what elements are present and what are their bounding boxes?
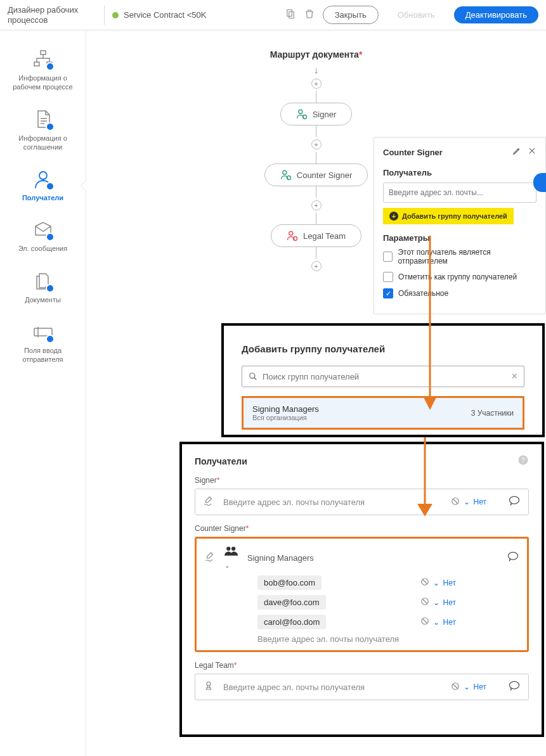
form-title: Получатели — [195, 456, 247, 466]
add-node-button[interactable]: + — [311, 200, 322, 210]
divider — [104, 6, 105, 25]
svg-text:?: ? — [521, 456, 525, 464]
app-title: Дизайнер рабочих процессов — [8, 5, 96, 25]
flow-node-legal-team[interactable]: Legal Team — [271, 224, 361, 247]
sidebar: Информация о рабочем процессе Информация… — [0, 30, 86, 756]
svg-point-11 — [289, 231, 293, 235]
edit-icon[interactable] — [512, 146, 521, 158]
flow-node-signer[interactable]: Signer — [280, 103, 353, 125]
dialog-title: Добавить группу получателей — [242, 343, 524, 354]
route-title: Маршрут документа* — [99, 49, 533, 60]
auth-dropdown[interactable]: ⌄Нет — [420, 617, 456, 627]
auth-dropdown[interactable]: ⌄Нет — [420, 597, 456, 608]
group-search-input[interactable]: × — [242, 366, 524, 387]
svg-point-9 — [283, 170, 287, 174]
add-node-button[interactable]: + — [311, 261, 322, 271]
signer-label: Signer* — [195, 476, 529, 485]
sidebar-item-recipients[interactable]: Получатели — [0, 160, 86, 211]
add-group-dialog: Добавить группу получателей × Signing Ma… — [221, 323, 545, 437]
svg-rect-3 — [34, 62, 39, 66]
recipient-email-input[interactable] — [383, 183, 536, 203]
stamp-icon — [203, 680, 214, 694]
legal-team-label: Legal Team* — [195, 661, 529, 670]
add-member-input[interactable]: Введите адрес эл. почты получателя — [204, 634, 519, 644]
panel-title: Counter Signer — [383, 148, 443, 157]
pen-icon — [204, 551, 216, 565]
chevron-down-icon: ⌄ — [464, 497, 470, 506]
member-row: bob@foo.com ⌄Нет — [204, 575, 519, 590]
option-required[interactable]: ✓ Обязательное — [383, 288, 536, 298]
svg-rect-0 — [287, 10, 292, 16]
hierarchy-icon — [33, 49, 53, 70]
add-recipient-group-button[interactable]: + Добавить группу получателей — [383, 208, 514, 224]
trash-icon[interactable] — [304, 8, 315, 22]
svg-point-26 — [510, 681, 519, 689]
checkbox-icon — [383, 252, 393, 262]
member-row: dave@foo.com ⌄Нет — [204, 595, 519, 610]
checkbox-icon — [383, 272, 393, 282]
auth-dropdown[interactable]: ⌄ Нет — [451, 682, 486, 693]
status-dot-icon — [112, 12, 119, 18]
document-name: Service Contract <50K — [124, 10, 285, 20]
recipients-form: Получатели ? Signer* Введите адрес эл. п… — [179, 442, 544, 737]
sidebar-item-sender-fields[interactable]: Поля ввода отправителя — [0, 313, 86, 373]
svg-rect-2 — [41, 51, 46, 54]
svg-point-19 — [231, 547, 235, 551]
group-result-row[interactable]: Signing Managers Вся организация 3 Участ… — [242, 396, 524, 430]
message-icon[interactable] — [508, 494, 521, 509]
svg-point-18 — [226, 547, 230, 551]
message-icon[interactable] — [508, 679, 521, 695]
none-icon — [451, 682, 460, 693]
feedback-tab[interactable] — [533, 173, 546, 192]
checkbox-checked-icon: ✓ — [383, 288, 393, 298]
add-node-button[interactable]: + — [311, 139, 322, 150]
envelope-icon — [33, 220, 53, 240]
help-icon[interactable]: ? — [517, 454, 529, 468]
option-mark-as-group[interactable]: Отметить как группу получателей — [383, 272, 536, 282]
input-field-icon — [33, 322, 53, 342]
group-icon[interactable]: ⌄ — [224, 545, 238, 570]
signer-input-row[interactable]: Введите адрес эл. почты получателя ⌄ Нет — [195, 489, 529, 515]
counter-signer-label: Counter Signer* — [195, 524, 529, 533]
sidebar-item-emails[interactable]: Эл. сообщения — [0, 211, 86, 262]
arrow-down-icon: ↓ — [314, 65, 319, 76]
person-icon — [33, 169, 53, 189]
none-icon — [451, 497, 460, 508]
svg-point-20 — [509, 552, 518, 560]
close-icon[interactable] — [528, 146, 536, 158]
auth-dropdown[interactable]: ⌄ Нет — [451, 497, 486, 508]
sidebar-item-workflow-info[interactable]: Информация о рабочем процессе — [0, 41, 86, 101]
copy-icon[interactable] — [285, 8, 296, 22]
files-icon — [33, 271, 53, 292]
svg-point-5 — [39, 172, 47, 179]
refresh-button: Обновить — [386, 6, 446, 23]
chevron-down-icon: ⌄ — [464, 682, 470, 691]
flow-node-counter-signer[interactable]: Counter Signer — [264, 163, 368, 186]
auth-dropdown[interactable]: ⌄Нет — [420, 577, 456, 588]
svg-point-24 — [207, 682, 211, 686]
add-node-button[interactable]: + — [311, 79, 322, 89]
params-section-label: Параметры — [383, 233, 536, 243]
pen-icon — [203, 495, 214, 509]
option-is-sender[interactable]: Этот получатель является отправителем — [383, 248, 536, 266]
svg-rect-1 — [289, 11, 294, 18]
plus-circle-icon: + — [389, 212, 398, 221]
close-button[interactable]: Закрыть — [323, 6, 379, 24]
sidebar-item-documents[interactable]: Документы — [0, 262, 86, 313]
document-icon — [33, 110, 53, 130]
clear-search-icon[interactable]: × — [512, 371, 517, 382]
member-row: carol@foo.dom ⌄Нет — [204, 615, 519, 629]
svg-point-7 — [298, 110, 302, 113]
svg-point-17 — [510, 496, 519, 504]
search-icon — [249, 372, 257, 381]
app-header: Дизайнер рабочих процессов Service Contr… — [0, 0, 546, 30]
deactivate-button[interactable]: Деактивировать — [454, 6, 538, 23]
legal-team-input-row[interactable]: Введите адрес эл. почты получателя ⌄ Нет — [195, 674, 529, 700]
recipient-panel: Counter Signer Получатель + Добавить гру… — [374, 137, 546, 314]
recipient-section-label: Получатель — [383, 168, 536, 177]
counter-signer-group-box: ⌄ Signing Managers bob@foo.com ⌄Нет dave… — [195, 537, 529, 652]
sidebar-item-agreement-info[interactable]: Информация о соглашении — [0, 101, 86, 161]
svg-point-13 — [250, 373, 255, 378]
header-actions: Закрыть Обновить Деактивировать — [285, 6, 538, 24]
message-icon[interactable] — [507, 550, 519, 565]
